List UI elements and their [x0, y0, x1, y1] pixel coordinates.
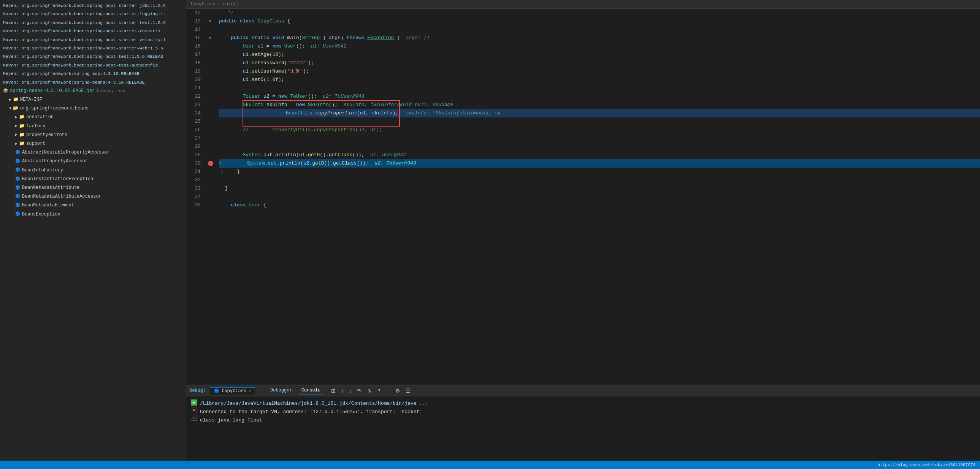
folder-icon: 📁 — [13, 96, 19, 103]
sidebar-item-maven-autoconfig[interactable]: Maven: org.springframework.boot:spring-b… — [0, 61, 186, 70]
code-line-15: public static void main(String[] args) t… — [219, 34, 980, 42]
code-line-29: System.out.println(u1.getD().getClass())… — [219, 151, 980, 159]
fold-arrow: ▶ — [9, 97, 11, 103]
console-output: ▶ ■ ⇵ /Library/Java/JavaVirtualMachines/… — [186, 396, 980, 461]
code-line-33: □ } — [219, 184, 980, 193]
class-icon: 🔵 — [15, 185, 21, 192]
toolbar-btn-2[interactable]: ↑ — [339, 387, 345, 394]
folder-icon: 📁 — [19, 140, 25, 148]
sidebar-item-support[interactable]: ▶ 📁 support — [0, 140, 186, 148]
folder-icon: 📁 — [19, 114, 25, 121]
code-line-22: ToUser u2 = new ToUser(); u2: ToUser@943 — [219, 92, 980, 101]
toolbar-btn-7[interactable]: │ — [385, 387, 391, 394]
step-button[interactable]: ⇵ — [191, 415, 197, 421]
code-line-20: u1.setD(1.0f); — [219, 76, 980, 84]
code-line-12: */ — [219, 9, 980, 17]
sidebar-item-bean-metadata-element[interactable]: 🔵 BeanMetadataElement — [0, 201, 186, 210]
sidebar-item-annotation[interactable]: ▶ 📁 annotation — [0, 113, 186, 122]
sidebar-item-bean-metadata-accessor[interactable]: 🔵 BeanMetadataAttributeAccessor — [0, 192, 186, 201]
sidebar-item-maven-tomcat[interactable]: Maven: org.springframework.boot:spring-b… — [0, 27, 186, 35]
stop-button[interactable]: ■ — [191, 407, 197, 413]
sidebar-item-maven-web[interactable]: Maven: org.springframework.boot:spring-b… — [0, 44, 186, 52]
sidebar-item-maven-logging[interactable]: Maven: org.springframework.boot:spring-b… — [0, 10, 186, 18]
class-icon: 🔵 — [15, 158, 21, 165]
toolbar-btn-5[interactable]: ↴ — [365, 387, 373, 394]
sidebar-item-beans-exception[interactable]: 🔵 BeansException — [0, 210, 186, 219]
sidebar-item-maven-jdbc[interactable]: Maven: org.springframework.boot:spring-b… — [0, 2, 186, 10]
sidebar-item-bean-metadata-attr[interactable]: 🔵 BeanMetadataAttribute — [0, 184, 186, 192]
status-bar: https://blog.csdn.net/mobile18611667978 — [0, 461, 980, 469]
code-line-18: u1.setPassword("22222"); — [219, 59, 980, 67]
breadcrumb-separator: › — [218, 2, 221, 7]
sidebar-item-abstract-nestable[interactable]: 🔵 AbstractNestablePropertyAccessor — [0, 148, 186, 157]
code-line-13: public class CopyClass { — [219, 17, 980, 25]
sidebar-item-maven-beans[interactable]: Maven: org.springframework:spring-beans:… — [0, 78, 186, 87]
code-line-19: u1.setUserName("王黄"); — [219, 67, 980, 76]
status-url: https://blog.csdn.net/mobile18611667978 — [878, 463, 975, 467]
sidebar-item-maven-boottest[interactable]: Maven: org.springframework.boot:spring-b… — [0, 52, 186, 61]
class-icon: 🔵 — [15, 211, 21, 218]
code-line-28 — [219, 143, 980, 151]
code-line-24: BeanUtils.copyProperties(u1, skuInfo); s… — [219, 109, 980, 118]
debug-toolbar: ⊞ ↑ ↓ ↷ ↴ ↱ │ ⚙ ☰ — [329, 387, 412, 394]
code-line-34 — [219, 193, 980, 201]
toolbar-btn-3[interactable]: ↓ — [347, 387, 353, 394]
sidebar-item-meta-inf[interactable]: ▶ 📁 META-INF — [0, 95, 186, 104]
toolbar-btn-8[interactable]: ⚙ — [394, 387, 402, 394]
code-line-21 — [219, 84, 980, 92]
tab-debugger[interactable]: Debugger — [267, 387, 295, 394]
folder-icon: 📁 — [19, 132, 25, 139]
code-editor: 12 13 14 15 16 17 18 19 20 21 22 23 24 2… — [186, 9, 980, 385]
close-tab-button[interactable]: ✕ — [248, 389, 251, 393]
tab-console[interactable]: Console — [298, 387, 323, 394]
code-line-16: User u1 = new User(); u1: User@942 — [219, 42, 980, 51]
toolbar-btn-4[interactable]: ↷ — [355, 387, 363, 394]
code-lines: */ public class CopyClass { public stati… — [216, 9, 980, 385]
sidebar-item-abstract-property[interactable]: 🔵 AbstractPropertyAccessor — [0, 157, 186, 166]
sidebar-item-bean-info-factory[interactable]: 🔵 BeanInfoFactory — [0, 166, 186, 175]
toolbar-btn-1[interactable]: ⊞ — [329, 387, 337, 394]
gutter: ▶ ▶ — [205, 9, 216, 385]
jar-icon: 📦 — [3, 88, 8, 95]
code-line-31: □ } — [219, 168, 980, 176]
fold-arrow: ▶ — [15, 114, 18, 121]
breadcrumb-method: main() — [223, 2, 239, 7]
class-icon: 🔵 — [15, 202, 21, 209]
console-controls: ▶ ■ ⇵ /Library/Java/JavaVirtualMachines/… — [191, 399, 975, 424]
toolbar-divider — [261, 388, 261, 394]
debug-bar: Debug: 🔵 CopyClass ✕ Debugger Console ⊞ … — [186, 385, 980, 396]
console-line-3: class java.lang.Float — [200, 416, 975, 424]
folder-icon: 📁 — [19, 123, 25, 130]
console-line-1: /Library/Java/JavaVirtualMachines/jdk1.8… — [200, 399, 975, 408]
toolbar-btn-9[interactable]: ☰ — [404, 387, 412, 394]
console-text-area: /Library/Java/JavaVirtualMachines/jdk1.8… — [200, 399, 975, 424]
console-line-2: Connected to the target VM, address: '12… — [200, 408, 975, 416]
class-icon: 🔵 — [15, 149, 21, 156]
sidebar-item-maven-test[interactable]: Maven: org.springframework.boot:spring-b… — [0, 19, 186, 27]
folder-expanded-icon: 📂 — [13, 105, 19, 112]
breadcrumb: CopyClass › main() — [186, 0, 980, 9]
run-button[interactable]: ▶ — [191, 399, 197, 405]
code-line-14 — [219, 25, 980, 34]
breadcrumb-class: CopyClass — [191, 2, 216, 7]
class-icon: 🔵 — [15, 176, 21, 183]
sidebar-item-factory[interactable]: ▶ 📁 factory — [0, 122, 186, 131]
debug-tab-copyclass[interactable]: 🔵 CopyClass ✕ — [210, 387, 255, 394]
sidebar-item-propertyeditors[interactable]: ▶ 📁 propertyeditors — [0, 131, 186, 140]
fold-arrow-expanded: ▼ — [9, 106, 11, 112]
toolbar-btn-6[interactable]: ↱ — [375, 387, 383, 394]
class-icon: 🔵 — [15, 167, 21, 174]
line-numbers: 12 13 14 15 16 17 18 19 20 21 22 23 24 2… — [186, 9, 205, 385]
sidebar-item-spring-beans-jar[interactable]: 📦 spring-beans-4.3.10.RELEASE.jar librar… — [0, 87, 186, 95]
fold-arrow: ▶ — [15, 123, 18, 129]
bottom-panel: Debug: 🔵 CopyClass ✕ Debugger Console ⊞ … — [186, 385, 980, 461]
code-line-27 — [219, 134, 980, 143]
sidebar-item-bean-instantiation[interactable]: 🔵 BeanInstantiationException — [0, 175, 186, 184]
sidebar-item-maven-velocity[interactable]: Maven: org.springframework.boot:spring-b… — [0, 36, 186, 44]
code-line-26: // PropertyUtils.copyProperties(u2, u1); — [219, 126, 980, 134]
code-line-17: u1.setAge(10); — [219, 51, 980, 59]
sidebar-item-org-springframework-beans[interactable]: ▼ 📂 org.springframework.beans — [0, 104, 186, 113]
class-icon: 🔵 — [15, 194, 21, 200]
sidebar-item-maven-aop[interactable]: Maven: org.springframework:spring-aop:4.… — [0, 70, 186, 78]
code-line-32 — [219, 176, 980, 184]
